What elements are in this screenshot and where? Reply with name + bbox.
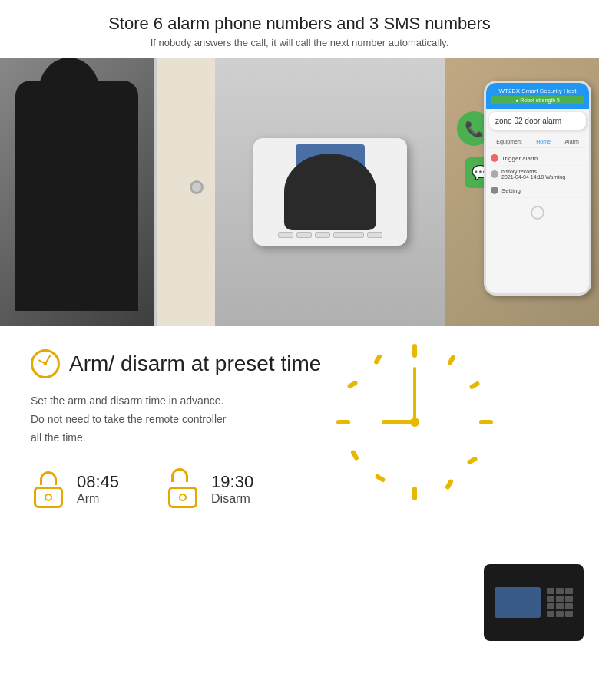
svg-rect-1 [447,354,456,365]
thumb-key-4 [547,596,554,602]
product-banner: 00:00 00:00 [0,58,599,326]
svg-point-14 [410,418,419,427]
phone-menu-history: history records2021-04-04 14:10 Warning [489,166,586,183]
smartphone: WT2BX Smart Security Host ● Robot streng… [484,81,591,296]
thumb-key-0b [556,611,564,617]
arm-time-info: 08:45 Arm [77,472,119,506]
phone-nav-bar: Equipment Home Alarm [489,136,586,148]
clock-illustration [330,338,499,507]
burglar-scene [0,58,215,326]
svg-rect-9 [336,420,350,424]
svg-rect-2 [468,381,480,390]
thumb-keypad [547,588,573,617]
disarm-lock-icon [165,470,200,508]
thumb-key-0c [565,611,573,617]
alarm-panel-scene: 00:00 00:00 [215,58,445,326]
thumb-key-0a [547,611,554,617]
thumb-screen [495,587,541,618]
svg-rect-8 [350,449,359,461]
door-handle [190,180,204,194]
door-frame [154,58,215,326]
disarm-time-value: 19:30 [211,472,253,492]
svg-rect-4 [466,456,478,465]
feature-section: Arm/ disarm at preset time Set the arm a… [0,326,599,664]
phone-status: ● Robot strength 5 [491,96,584,104]
alarm-notification-text: zone 02 door alarm [495,117,580,125]
product-thumbnail [484,564,584,641]
thumb-key-1 [547,588,554,594]
btn-2 [296,232,312,238]
svg-rect-3 [479,420,493,424]
thumb-key-3 [565,588,573,594]
arm-label: Arm [77,492,119,506]
page-title: Store 6 alarm phone numbers and 3 SMS nu… [15,14,584,34]
burglar-body [15,81,138,311]
thumb-key-5 [556,596,564,602]
panel-bottom-buttons [278,232,382,238]
thumb-key-9 [565,603,573,609]
svg-rect-0 [412,344,417,358]
lock-shackle-disarm [171,468,188,482]
phone-app-header: WT2BX Smart Security Host ● Robot streng… [486,83,589,109]
phone-menu-setting: Setting [489,183,586,198]
clock-center [44,362,47,365]
history-icon [491,170,498,178]
thumb-key-7 [547,603,554,609]
header-section: Store 6 alarm phone numbers and 3 SMS nu… [0,0,599,58]
disarm-label: Disarm [211,492,253,506]
feature-heading: Arm/ disarm at preset time [69,352,321,376]
svg-rect-6 [412,487,417,500]
burglar-figure [15,81,138,311]
phone-scene: 📞 💬 WT2BX Smart Security Host ● Robot st… [445,58,599,326]
phone-nav-alarm: Alarm [564,139,578,144]
thumb-key-8 [556,603,564,609]
lock-keyhole-arm [45,494,52,501]
svg-rect-11 [373,353,382,365]
svg-rect-5 [445,478,454,490]
btn-3 [315,232,330,238]
phone-nav-home: Home [536,139,551,144]
btn-1 [278,232,293,238]
clock-icon [31,349,60,378]
svg-rect-10 [346,380,358,389]
disarm-time-info: 19:30 Disarm [211,472,253,506]
thumb-key-2 [556,588,564,594]
page-subtitle: If nobody answers the call, it will call… [15,37,584,48]
phone-menu-trigger: Trigger alarm [489,151,586,166]
lock-keyhole-disarm [179,494,187,501]
arm-time-item: 08:45 Arm [31,470,119,508]
phone-app-title: WT2BX Smart Security Host [491,88,584,94]
lock-body-arm [34,487,63,508]
arm-lock-icon [31,470,66,508]
btn-4 [333,232,364,238]
device-pedestal [284,154,376,230]
setting-icon [491,187,498,194]
alarm-notification-badge: zone 02 door alarm [489,112,586,130]
disarm-time-item: 19:30 Disarm [165,470,253,508]
thumb-content [488,581,579,624]
phone-home-button [531,206,544,220]
btn-5 [367,232,382,238]
thumb-key-6 [565,596,573,602]
phone-nav-equipment: Equipment [496,139,521,144]
svg-rect-7 [374,474,386,483]
trigger-icon [491,154,498,162]
feature-description: Set the arm and disarm time in advance. … [31,392,292,447]
arm-time-value: 08:45 [77,472,119,492]
lock-body-disarm [168,487,197,508]
lock-shackle-arm [40,471,57,485]
phone-screen-content: Equipment Home Alarm Trigger alarm histo… [486,133,589,201]
